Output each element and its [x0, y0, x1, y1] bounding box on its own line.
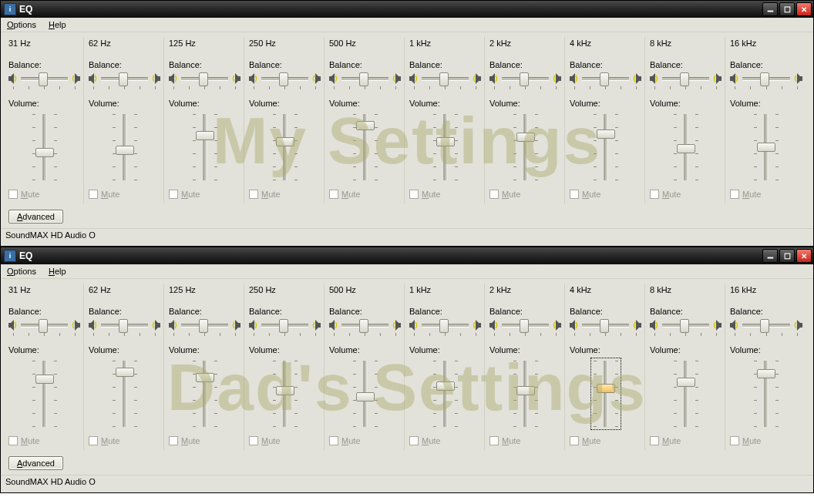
mute-checkbox[interactable] [650, 436, 659, 445]
minimize-button[interactable] [762, 249, 778, 263]
svg-marker-41 [11, 320, 14, 331]
mute-checkbox[interactable] [89, 190, 98, 199]
volume-slider[interactable] [109, 358, 140, 430]
balance-slider[interactable] [260, 72, 310, 85]
balance-slider[interactable] [741, 319, 792, 331]
balance-slider[interactable] [420, 72, 470, 85]
volume-slider[interactable] [510, 111, 541, 183]
speaker-left-icon [169, 73, 178, 84]
volume-slider[interactable] [270, 358, 301, 430]
balance-slider[interactable] [661, 319, 711, 331]
volume-slider[interactable] [29, 358, 60, 430]
mute-checkbox[interactable] [489, 190, 499, 199]
eq-band: 16 kHz Balance: Volume: [727, 284, 806, 450]
eq-band: 2 kHz Balance: Volume: [486, 284, 565, 450]
volume-slider[interactable] [270, 111, 301, 183]
balance-slider[interactable] [99, 319, 150, 331]
balance-slider[interactable] [420, 319, 470, 331]
speaker-left-icon [489, 320, 499, 331]
volume-slider[interactable] [671, 111, 701, 183]
volume-label: Volume: [409, 345, 481, 354]
balance-slider[interactable] [99, 72, 150, 85]
mute-checkbox[interactable] [169, 190, 178, 199]
volume-slider[interactable] [510, 358, 541, 430]
mute-checkbox[interactable] [409, 190, 419, 199]
balance-slider[interactable] [180, 319, 230, 331]
eq-band: 4 kHz Balance: Volume: [567, 37, 645, 203]
mute-checkbox[interactable] [730, 436, 739, 445]
volume-slider[interactable] [751, 111, 782, 183]
balance-ticks [93, 333, 156, 336]
volume-label: Volume: [489, 345, 561, 354]
speaker-left-icon [89, 320, 98, 331]
titlebar[interactable]: i EQ [1, 247, 813, 264]
mute-checkbox[interactable] [650, 190, 659, 199]
status-bar: SoundMAX HD Audio O [1, 228, 813, 246]
menu-help[interactable]: Help [45, 266, 69, 277]
mute-checkbox[interactable] [570, 436, 579, 445]
volume-slider[interactable] [350, 358, 381, 430]
mute-checkbox[interactable] [570, 190, 579, 199]
volume-slider[interactable] [430, 358, 461, 430]
band-frequency-label: 4 kHz [570, 39, 641, 49]
svg-rect-8 [169, 76, 171, 81]
svg-marker-39 [797, 73, 800, 84]
svg-rect-14 [318, 76, 321, 81]
balance-slider[interactable] [340, 319, 390, 331]
mute-checkbox[interactable] [8, 190, 18, 199]
advanced-button[interactable]: Advanced [8, 456, 63, 470]
balance-slider[interactable] [741, 72, 792, 85]
mute-label: Mute [341, 190, 360, 199]
maximize-button[interactable] [779, 2, 795, 16]
volume-slider[interactable] [190, 111, 220, 183]
volume-slider[interactable] [590, 358, 621, 430]
volume-slider[interactable] [29, 111, 60, 183]
balance-label: Balance: [8, 307, 80, 316]
mute-checkbox[interactable] [249, 436, 258, 445]
mute-checkbox[interactable] [169, 436, 178, 445]
balance-slider[interactable] [661, 72, 711, 85]
menu-options[interactable]: Options [4, 19, 39, 30]
balance-slider[interactable] [580, 72, 631, 85]
volume-slider[interactable] [190, 358, 220, 430]
volume-slider[interactable] [350, 111, 381, 183]
volume-slider[interactable] [751, 358, 782, 430]
titlebar[interactable]: i EQ [1, 1, 813, 18]
minimize-button[interactable] [762, 2, 778, 16]
mute-checkbox[interactable] [249, 190, 258, 199]
mute-checkbox[interactable] [8, 436, 18, 445]
svg-rect-62 [479, 323, 481, 328]
balance-slider[interactable] [19, 72, 69, 85]
mute-checkbox[interactable] [730, 190, 739, 199]
speaker-left-icon [570, 320, 579, 331]
advanced-button[interactable]: Advanced [8, 210, 63, 223]
mute-checkbox[interactable] [409, 436, 419, 445]
mute-checkbox[interactable] [489, 436, 499, 445]
close-button[interactable] [796, 249, 812, 263]
volume-slider[interactable] [590, 111, 621, 183]
balance-slider[interactable] [19, 319, 69, 331]
volume-slider[interactable] [671, 358, 701, 430]
menu-help[interactable]: Help [45, 19, 69, 30]
balance-slider[interactable] [500, 72, 550, 85]
mute-label: Mute [582, 190, 600, 199]
balance-slider[interactable] [580, 319, 631, 331]
svg-rect-74 [719, 323, 722, 328]
balance-slider[interactable] [180, 72, 230, 85]
svg-marker-15 [315, 73, 318, 84]
maximize-button[interactable] [779, 249, 795, 263]
balance-slider[interactable] [500, 319, 550, 331]
close-button[interactable] [796, 2, 812, 16]
speaker-right-icon [712, 320, 722, 331]
volume-slider[interactable] [109, 111, 140, 183]
mute-checkbox[interactable] [89, 436, 98, 445]
balance-slider[interactable] [260, 319, 310, 331]
band-frequency-label: 500 Hz [329, 285, 401, 296]
mute-checkbox[interactable] [329, 436, 338, 445]
volume-slider[interactable] [430, 111, 461, 183]
balance-label: Balance: [249, 60, 321, 69]
mute-checkbox[interactable] [329, 190, 338, 199]
menu-options[interactable]: Options [4, 266, 39, 277]
balance-slider[interactable] [340, 72, 390, 85]
eq-band: 31 Hz Balance: Volume: [5, 284, 84, 450]
